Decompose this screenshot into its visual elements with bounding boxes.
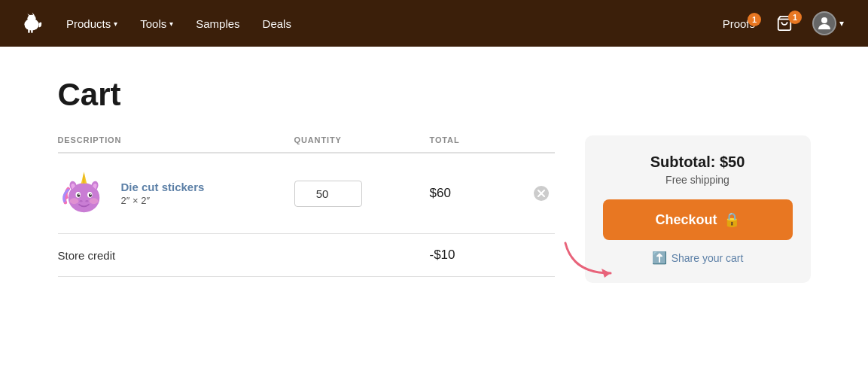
total-header: TOTAL (430, 135, 528, 144)
svg-point-23 (78, 193, 80, 195)
user-icon (815, 14, 833, 32)
tools-chevron-icon: ▾ (169, 20, 173, 28)
main-content: Cart DESCRIPTION QUANTITY TOTAL (35, 47, 833, 313)
products-chevron-icon: ▾ (114, 20, 117, 28)
svg-point-22 (89, 193, 92, 197)
svg-point-21 (77, 193, 80, 197)
table-row: Die cut stickers 2″ × 2″ $60 (58, 153, 555, 234)
svg-point-25 (80, 199, 83, 202)
quantity-input[interactable] (294, 181, 362, 207)
svg-rect-4 (31, 28, 32, 32)
navbar: Products ▾ Tools ▾ Samples Deals Proofs … (0, 0, 868, 47)
description-header: DESCRIPTION (58, 135, 294, 144)
nav-samples[interactable]: Samples (187, 11, 248, 36)
product-thumbnail (59, 169, 108, 218)
table-header: DESCRIPTION QUANTITY TOTAL (58, 135, 555, 153)
credit-row: Store credit -$10 (58, 234, 555, 277)
svg-rect-2 (28, 21, 35, 26)
nav-products[interactable]: Products ▾ (57, 11, 126, 36)
price-cell: $60 (430, 186, 528, 201)
cart-button[interactable]: 1 (766, 9, 803, 38)
svg-rect-3 (28, 28, 29, 32)
credit-amount: -$10 (430, 248, 528, 263)
navbar-left: Products ▾ Tools ▾ Samples Deals (18, 10, 300, 37)
credit-label: Store credit (58, 249, 294, 262)
lock-icon: 🔒 (723, 211, 740, 228)
subtotal-text: Subtotal: $50 (603, 153, 793, 171)
proofs-badge: 1 (748, 13, 761, 26)
page-title: Cart (58, 77, 811, 113)
svg-point-24 (90, 193, 92, 195)
cart-badge: 1 (788, 11, 802, 24)
share-cart-link[interactable]: ⬆️ Share your cart (652, 251, 744, 265)
svg-point-18 (90, 198, 99, 204)
product-image (58, 167, 111, 220)
cart-layout: DESCRIPTION QUANTITY TOTAL (58, 135, 811, 283)
checkout-button[interactable]: Checkout 🔒 (603, 199, 793, 240)
avatar (812, 11, 836, 35)
product-info: Die cut stickers 2″ × 2″ (58, 167, 294, 220)
product-details: Die cut stickers 2″ × 2″ (121, 181, 205, 206)
svg-point-8 (821, 17, 827, 23)
arrow-icon (558, 236, 633, 281)
svg-point-17 (70, 198, 79, 204)
nav-deals[interactable]: Deals (254, 11, 300, 36)
quantity-cell (294, 181, 430, 207)
cart-table: DESCRIPTION QUANTITY TOTAL (58, 135, 555, 277)
product-name[interactable]: Die cut stickers (121, 181, 205, 193)
remove-icon (533, 185, 550, 202)
svg-point-26 (85, 199, 88, 202)
navbar-right: Proofs 1 1 ▾ (715, 8, 850, 38)
summary-panel: Subtotal: $50 Free shipping Checkout 🔒 ⬆… (585, 135, 811, 283)
product-size: 2″ × 2″ (121, 195, 205, 206)
svg-point-16 (70, 183, 97, 208)
quantity-header: QUANTITY (294, 135, 430, 144)
nav-tools[interactable]: Tools ▾ (131, 11, 182, 36)
share-icon: ⬆️ (652, 251, 667, 265)
proofs-button[interactable]: Proofs 1 (715, 11, 763, 36)
remove-button[interactable] (528, 185, 555, 202)
shipping-text: Free shipping (603, 174, 793, 186)
logo[interactable] (18, 10, 45, 37)
user-chevron-icon: ▾ (839, 18, 844, 29)
share-section: ⬆️ Share your cart (603, 251, 793, 265)
user-menu-button[interactable]: ▾ (806, 8, 850, 38)
